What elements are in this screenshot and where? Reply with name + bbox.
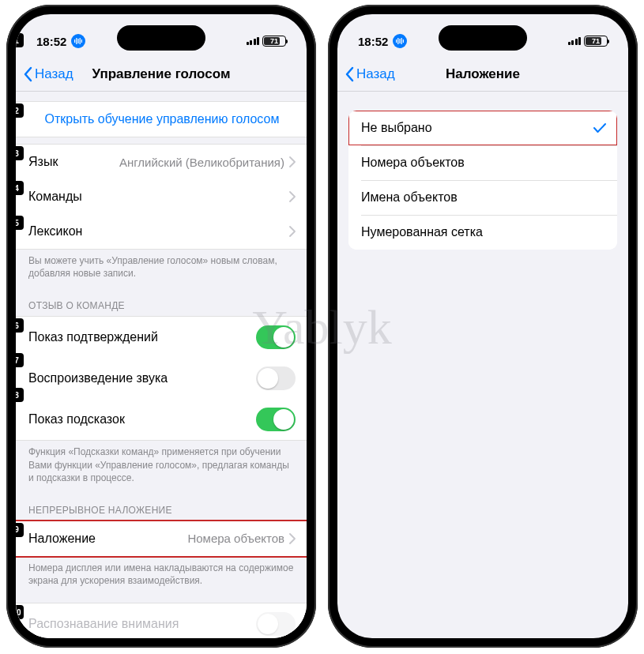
phone-frame-right: 18:52 71 Назад Наложение xyxy=(328,5,638,648)
overlay-header: НЕПРЕРЫВНОЕ НАЛОЖЕНИЕ xyxy=(16,500,307,521)
nav-bar: 1 Назад Управление голосом xyxy=(16,57,307,92)
lexicon-row[interactable]: Лексикон xyxy=(16,214,307,249)
status-time: 18:52 xyxy=(36,35,66,48)
battery-icon: 71 xyxy=(262,36,286,47)
annotation-badge: 5 xyxy=(16,216,24,230)
overlay-footer: Номера дисплея или имена накладываются н… xyxy=(16,557,307,596)
language-value: Английский (Великобритания) xyxy=(119,156,284,169)
back-label: Назад xyxy=(35,66,73,82)
svg-rect-2 xyxy=(78,39,79,43)
option-item-names[interactable]: Имена объектов xyxy=(348,180,617,215)
show-hints-toggle[interactable] xyxy=(256,408,296,431)
option-none-label: Не выбрано xyxy=(361,121,432,135)
play-sound-row: Воспроизведение звука xyxy=(16,358,307,399)
annotation-badge: 9 xyxy=(16,523,24,537)
language-label: Язык xyxy=(28,155,58,169)
cellular-icon xyxy=(568,37,582,45)
hints-footer: Функция «Подсказки команд» применяется п… xyxy=(16,441,307,494)
settings-content: 2 Открыть обучение управлению голосом 3 … xyxy=(16,92,307,638)
overlay-label: Наложение xyxy=(28,532,96,546)
svg-rect-7 xyxy=(400,39,401,43)
option-numbered-grid-label: Нумерованная сетка xyxy=(361,225,483,239)
lexicon-label: Лексикон xyxy=(28,224,82,239)
annotation-badge: 6 xyxy=(16,318,24,333)
annotation-badge: 3 xyxy=(16,146,24,160)
lexicon-footer: Вы можете учить «Управление голосом» нов… xyxy=(16,250,307,289)
language-row[interactable]: Язык Английский (Великобритания) xyxy=(16,145,307,179)
overlay-options-content: Не выбрано Номера объектов Имена объекто… xyxy=(337,92,628,259)
commands-row[interactable]: Команды xyxy=(16,179,307,214)
show-confirmations-label: Показ подтверждений xyxy=(28,330,158,344)
attention-aware-label: Распознавание внимания xyxy=(28,617,179,631)
chevron-right-icon xyxy=(289,156,296,167)
show-hints-label: Показ подсказок xyxy=(28,412,125,427)
overlay-value: Номера объектов xyxy=(187,532,284,545)
dynamic-island xyxy=(439,25,527,51)
chevron-right-icon xyxy=(289,533,296,544)
open-tutorial-link[interactable]: Открыть обучение управлению голосом xyxy=(16,102,307,137)
phone-frame-left: 18:52 71 1 Назад Управление голосом xyxy=(6,5,316,648)
status-time: 18:52 xyxy=(358,35,388,48)
back-label: Назад xyxy=(356,66,395,82)
chevron-right-icon xyxy=(289,191,296,202)
dynamic-island xyxy=(117,25,205,51)
svg-rect-8 xyxy=(401,38,402,44)
option-numbered-grid[interactable]: Нумерованная сетка xyxy=(348,215,617,250)
play-sound-label: Воспроизведение звука xyxy=(28,371,168,385)
battery-icon: 71 xyxy=(584,36,608,47)
screen-left: 18:52 71 1 Назад Управление голосом xyxy=(16,14,307,638)
annotation-badge: 7 xyxy=(16,353,24,367)
chevron-right-icon xyxy=(289,226,296,237)
option-item-names-label: Имена объектов xyxy=(361,190,458,205)
annotation-badge: 8 xyxy=(16,388,24,402)
attention-aware-row: Распознавание внимания xyxy=(16,603,307,638)
nav-bar: Назад Наложение xyxy=(337,57,628,92)
voice-control-icon xyxy=(393,34,407,48)
option-item-numbers-label: Номера объектов xyxy=(361,156,465,170)
back-button[interactable]: Назад xyxy=(344,66,395,82)
annotation-badge: 2 xyxy=(16,103,24,118)
back-button[interactable]: Назад xyxy=(22,66,73,82)
show-confirmations-toggle[interactable] xyxy=(256,325,296,349)
annotation-badge: 4 xyxy=(16,181,24,195)
option-item-numbers[interactable]: Номера объектов xyxy=(348,145,617,180)
annotation-badge: 10 xyxy=(16,605,24,619)
svg-rect-3 xyxy=(80,38,81,44)
svg-rect-9 xyxy=(403,39,404,43)
cellular-icon xyxy=(247,37,260,45)
svg-rect-5 xyxy=(396,39,397,43)
screen-right: 18:52 71 Назад Наложение xyxy=(337,14,628,638)
attention-aware-toggle xyxy=(256,612,296,636)
checkmark-icon xyxy=(593,122,606,133)
show-confirmations-row: Показ подтверждений xyxy=(16,317,307,358)
svg-rect-0 xyxy=(74,39,75,43)
svg-rect-4 xyxy=(81,39,82,43)
annotation-badge: 1 xyxy=(16,33,24,47)
svg-rect-6 xyxy=(398,38,399,44)
overlay-row[interactable]: Наложение Номера объектов xyxy=(16,521,307,556)
voice-control-icon xyxy=(71,34,85,48)
option-none[interactable]: Не выбрано xyxy=(348,111,617,145)
feedback-header: ОТЗЫВ О КОМАНДЕ xyxy=(16,295,307,316)
show-hints-row: Показ подсказок xyxy=(16,399,307,440)
svg-rect-1 xyxy=(77,38,77,44)
commands-label: Команды xyxy=(28,190,82,204)
play-sound-toggle[interactable] xyxy=(256,366,296,390)
